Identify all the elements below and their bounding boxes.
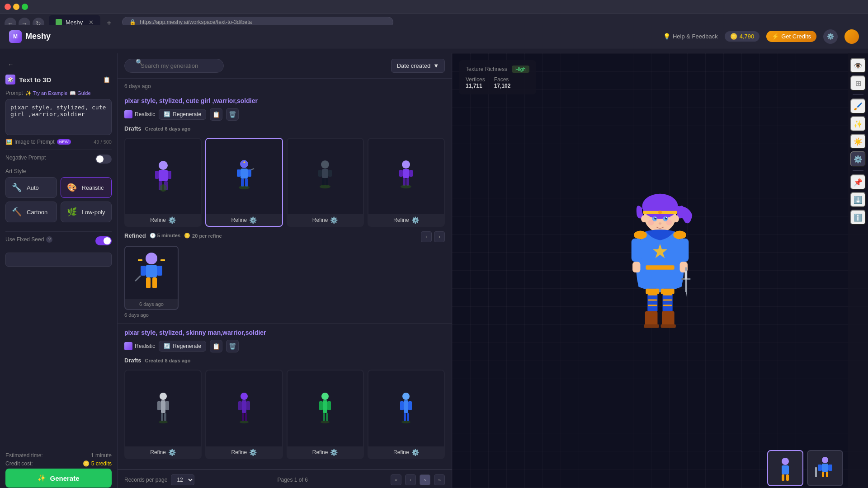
next-arrow[interactable]: › [434,231,445,242]
art-style-realistic[interactable]: 🎨 Realistic [61,177,112,198]
refine-text-2: Refine [231,217,247,223]
draft-item-4[interactable]: Refine ⚙️ [368,138,445,227]
refined-item-1[interactable]: 6 days ago [124,246,179,310]
view-mode-btn[interactable]: 👁️ [850,58,866,73]
drafts-label: Drafts Created 6 days ago [124,125,190,132]
gen2-char-svg-4 [388,390,424,427]
art-style-cartoon[interactable]: 🔨 Cartoon [5,202,57,222]
back-button[interactable]: ← [5,59,112,70]
negative-prompt-toggle[interactable] [95,155,112,164]
lock-icon: 🔒 [129,19,136,25]
get-credits-btn[interactable]: ⚡ Get Credits [766,31,816,42]
info-btn[interactable]: ℹ️ [850,210,866,225]
prev-arrow[interactable]: ‹ [421,231,432,242]
svg-rect-20 [322,178,325,186]
svg-marker-93 [686,292,687,298]
draft-item-2[interactable]: Refine ⚙️ [205,138,283,227]
copy-btn-1[interactable]: 📋 [210,108,222,121]
delete-btn-2[interactable]: 🗑️ [226,340,239,352]
art-style-lowpoly[interactable]: 🌿 Low-poly [61,202,112,222]
fixed-seed-toggle[interactable] [95,236,112,245]
vertices-value: 11,711 [466,83,485,89]
draft-item-2-4[interactable]: Refine ⚙️ [368,370,445,459]
grid-btn[interactable]: ⊞ [850,75,866,91]
settings-3d-btn[interactable]: ⚙️ [850,151,866,167]
last-page-btn[interactable]: » [434,474,445,485]
user-avatar[interactable] [844,29,859,44]
svg-point-79 [666,220,672,225]
svg-rect-3 [168,171,171,179]
svg-rect-21 [326,178,328,186]
records-per-page[interactable]: 12 24 48 [171,474,194,485]
created-label: Created 6 days ago [145,126,191,131]
history-icon[interactable]: 📋 [102,75,112,84]
svg-rect-24 [403,169,409,178]
draft-item-2-1[interactable]: Refine ⚙️ [124,370,202,459]
new-badge: NEW [57,139,71,145]
guide-link[interactable]: 📖 Guide [70,90,90,96]
style-badge-1: Realistic [124,110,155,118]
delete-btn-1[interactable]: 🗑️ [226,108,239,121]
refine-text-4: Refine [393,217,409,223]
try-example-link[interactable]: ✨ Try an Example [25,90,67,96]
svg-rect-57 [323,413,325,421]
refine-text-2-4: Refine [393,449,409,455]
draft-item-3[interactable]: Refine ⚙️ [287,138,364,227]
draft-item-2-3[interactable]: Refine ⚙️ [287,370,364,459]
svg-rect-37 [152,277,157,288]
svg-rect-117 [826,472,828,477]
estimated-time-value: 1 minute [91,452,112,459]
faces-label: Faces [494,76,511,83]
prev-page-btn[interactable]: ‹ [405,474,416,485]
window-minimize[interactable] [13,4,19,10]
bottom-section: Estimated time: 1 minute Credit cost: 🪙 … [5,448,112,488]
svg-rect-51 [245,413,247,421]
svg-rect-27 [403,178,406,186]
svg-rect-109 [782,465,789,474]
sort-button[interactable]: Date created ▼ [391,59,445,73]
draft-thumb-2-4 [368,371,444,446]
info-icon: ? [46,236,52,243]
draft-item-1[interactable]: Refine ⚙️ [124,138,202,227]
credit-cost-value: 🪙 5 credits [83,460,112,467]
refine-text-2-3: Refine [312,449,328,455]
next-page-btn[interactable]: › [420,474,430,485]
svg-rect-87 [632,262,640,272]
copy-btn-2[interactable]: 📋 [210,340,222,352]
svg-rect-40 [161,400,165,413]
draft-item-2-2[interactable]: Refine ⚙️ [205,370,283,459]
seed-input[interactable]: 1854744744 [5,253,112,267]
brush-btn[interactable]: 🖌️ [850,99,866,114]
first-page-btn[interactable]: « [391,474,401,485]
settings-btn[interactable]: ⚙️ [823,29,838,44]
help-feedback-btn[interactable]: 💡 Help & Feedback [663,33,718,40]
refine-text-2-1: Refine [150,449,166,455]
svg-rect-100 [648,305,657,306]
realistic-style-icon: 🎨 [66,181,78,194]
effects-btn[interactable]: ✨ [850,116,866,131]
svg-rect-17 [322,169,328,178]
svg-rect-105 [663,294,672,296]
generate-button[interactable]: ✨ Generate [5,469,112,488]
regen-icon: 🔄 [164,111,170,117]
refine-text-2-2: Refine [231,449,247,455]
svg-point-23 [402,160,410,169]
download-btn[interactable]: ⬇️ [850,192,866,207]
art-style-auto[interactable]: 🔧 Auto [5,177,57,198]
created-label-2: Created 8 days ago [145,358,191,363]
thumbnail-1[interactable] [767,450,803,486]
window-close[interactable] [5,4,11,10]
regenerate-btn-2[interactable]: 🔄 Regenerate [159,341,206,352]
window-maximize[interactable] [22,4,28,10]
sun-btn[interactable]: ☀️ [850,134,866,149]
prompt-input[interactable]: pixar style, stylized, cute girl ,warrio… [5,99,112,135]
art-style-label: Art Style [5,168,112,174]
regenerate-btn-1[interactable]: 🔄 Regenerate [159,109,206,120]
pin-btn[interactable]: 📌 [850,174,866,190]
negative-prompt-row: Negative Prompt [5,155,112,164]
svg-rect-41 [157,401,161,410]
refined-time: 🕐 5 minutes [150,233,180,239]
svg-rect-33 [146,265,157,277]
middle-panel: 🔍 Date created ▼ 6 days ago pixar style,… [118,53,452,488]
thumbnail-2[interactable] [807,450,843,486]
